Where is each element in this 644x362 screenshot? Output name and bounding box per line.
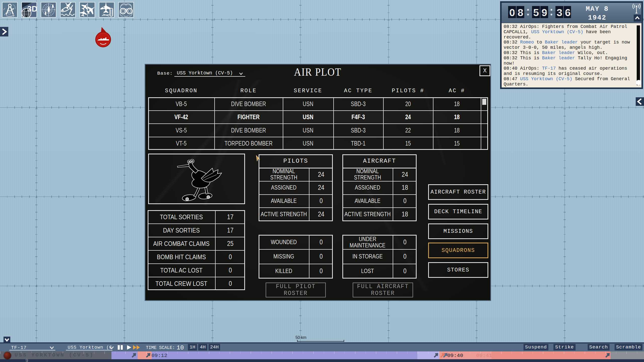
svg-text:6: 6 — [565, 7, 571, 18]
svg-text:0: 0 — [509, 7, 515, 18]
svg-text:5: 5 — [533, 7, 539, 18]
svg-text:9: 9 — [542, 7, 547, 18]
svg-text:3: 3 — [557, 7, 562, 18]
svg-text:3D: 3D — [27, 4, 36, 13]
svg-text:8: 8 — [518, 7, 524, 18]
